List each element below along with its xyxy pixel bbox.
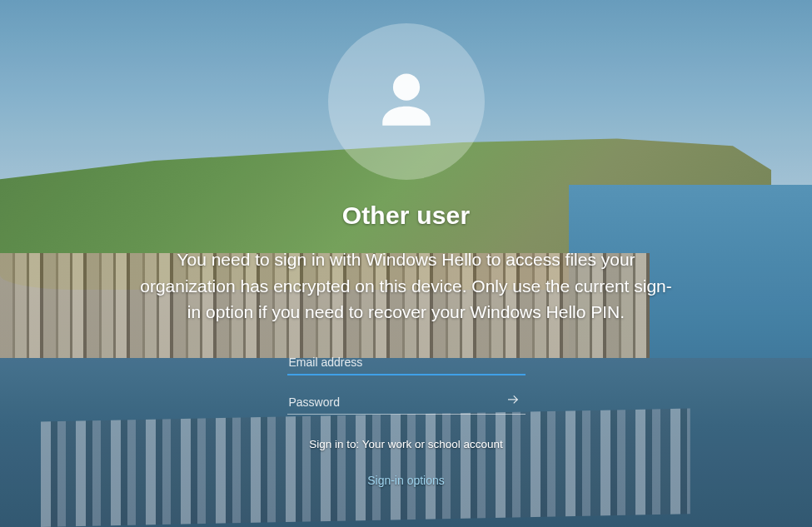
email-row bbox=[287, 351, 526, 375]
login-container: Other user You need to sign in with Wind… bbox=[0, 0, 812, 527]
password-row bbox=[287, 390, 526, 415]
arrow-right-icon bbox=[506, 392, 521, 410]
email-field[interactable] bbox=[287, 351, 526, 375]
login-title: Other user bbox=[342, 201, 471, 230]
password-field[interactable] bbox=[287, 390, 526, 415]
sign-in-options-link[interactable]: Sign-in options bbox=[367, 474, 445, 487]
user-avatar bbox=[328, 23, 485, 180]
person-icon bbox=[368, 62, 445, 142]
svg-point-0 bbox=[392, 74, 419, 101]
submit-button[interactable] bbox=[504, 392, 522, 410]
sign-in-to-label: Sign in to: Your work or school account bbox=[309, 438, 503, 450]
login-message: You need to sign in with Windows Hello t… bbox=[140, 246, 673, 326]
